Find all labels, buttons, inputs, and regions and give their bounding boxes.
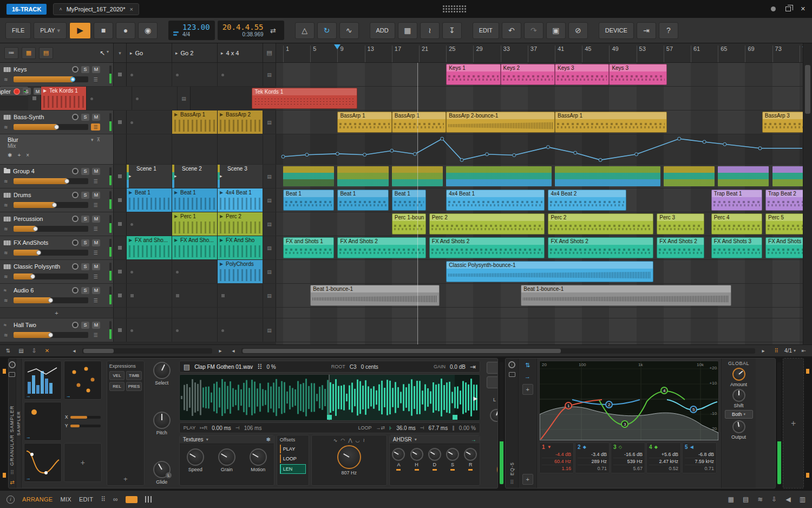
link-icon[interactable]: ∞ [113, 496, 118, 503]
arranger-clip[interactable]: BassArp 1 [555, 112, 667, 133]
play-button[interactable]: ▶ [69, 22, 91, 39]
mod-route-icon[interactable]: → [26, 434, 31, 440]
arranger-lane[interactable]: Perc 1-bounPerc 2Perc 2Perc 3Perc 4Perc … [276, 212, 812, 236]
note-chain-button[interactable]: Note [487, 362, 498, 374]
file-menu-button[interactable]: FILE [5, 22, 31, 39]
clip-slot[interactable] [218, 63, 263, 86]
ruler-tick[interactable]: 53 [637, 45, 646, 62]
track-launcher-menu-icon[interactable]: ▤ [263, 188, 276, 212]
eq-band-5[interactable]: 5◀-6.8 dB7.59 kHz0.71 [682, 442, 717, 473]
clip-stop-button[interactable] [114, 165, 127, 188]
clip-slot[interactable] [218, 284, 263, 307]
launcher-scroll-right-icon[interactable]: ▸ [215, 348, 225, 354]
glide-knob[interactable]: L [153, 461, 171, 478]
launcher-grid-icon[interactable]: ▦ [22, 47, 36, 59]
record-arm-button[interactable] [72, 114, 78, 120]
ruler-tick[interactable]: 65 [718, 45, 727, 62]
expression-chip-pres[interactable]: PRES [126, 382, 142, 391]
volume-slider[interactable] [14, 226, 88, 232]
volume-handle[interactable] [33, 226, 38, 231]
clip-slot[interactable] [127, 212, 172, 236]
track-header-granular-sampler[interactable]: Granular SamplerSM≋☰ [0, 87, 28, 95]
clip-stop-button[interactable] [114, 188, 127, 212]
device-power-button[interactable]: ⏽ [9, 361, 16, 368]
solo-button[interactable]: S [81, 168, 89, 175]
record-arm-button[interactable] [72, 168, 78, 174]
arranger-clip[interactable]: Tek Kords 1 [252, 88, 357, 109]
scene-stop-header[interactable]: ▾ [114, 43, 127, 62]
clip-play-icon[interactable]: ▶ [174, 214, 178, 219]
eq-band-1[interactable]: 1▼-4.4 dB60.4 Hz1.16 [539, 442, 574, 473]
mod-route-icon[interactable]: → [26, 476, 31, 481]
clip-play-icon[interactable]: ▶ [220, 214, 223, 219]
clip-slot[interactable] [218, 318, 263, 342]
add-expression-button[interactable]: + [109, 475, 142, 483]
eq-add-mod-button[interactable]: + [522, 474, 533, 485]
eq-route-icon[interactable]: → [525, 373, 531, 380]
group-clip-segment[interactable] [283, 166, 334, 186]
add-effect-icon[interactable]: ↧ [442, 22, 462, 39]
group-clip-segment[interactable] [446, 166, 552, 186]
add-instrument-icon[interactable]: ▦ [398, 22, 417, 39]
scene-header-go[interactable]: ▸Go [127, 43, 172, 62]
clip-stop-button[interactable] [114, 63, 127, 86]
arranger-lane[interactable] [276, 165, 812, 188]
arranger-clip[interactable]: Beat 1-bounce-1 [310, 285, 439, 306]
clip-stop-button[interactable] [114, 260, 127, 283]
arranger-clip[interactable]: Trap Beat 1 [711, 190, 762, 211]
pin-icon[interactable]: ⊼ [96, 137, 100, 142]
volume-handle[interactable] [48, 333, 53, 337]
record-arm-button[interactable] [72, 192, 78, 198]
record-arm-button[interactable] [72, 216, 78, 222]
arranger-clip[interactable]: 4x4 Beat 1 [446, 190, 545, 211]
metronome-button[interactable]: △ [295, 22, 315, 39]
launcher-menu-header[interactable]: ▤ [263, 43, 276, 62]
modulator-xy-pad[interactable]: → [24, 402, 62, 441]
expression-chip-rel[interactable]: REL [109, 382, 125, 391]
clip-slot[interactable]: ▶PolyChords [218, 260, 263, 283]
eq-band-node[interactable]: 4 [660, 387, 668, 394]
mapping-panel-icon[interactable]: ≋ [757, 496, 763, 503]
eq-band-3[interactable]: 3◇-16.6 dB539 Hz5.67 [611, 442, 645, 473]
help-button[interactable]: ? [659, 22, 678, 39]
grid-resolution-select[interactable]: 4/1▾ [784, 348, 796, 354]
clip-slot[interactable]: ▶Perc 1 [172, 212, 218, 236]
play-length-value[interactable]: 106 ms [244, 425, 262, 431]
expression-chip-vel[interactable]: VEL [109, 371, 125, 380]
clip-play-icon[interactable]: ▶ [220, 112, 223, 117]
arranger-scrollbar[interactable] [241, 348, 755, 354]
eq-band-node[interactable]: 1 [565, 402, 572, 409]
ruler-tick[interactable]: 61 [691, 45, 700, 62]
mute-button[interactable]: M [92, 168, 100, 175]
device-drag-handle[interactable]: ⠿ [10, 470, 14, 476]
eq-band-type-icon[interactable]: ◆ [583, 445, 586, 450]
arranger-clip[interactable]: Classic Polysynth-bounce-1 [446, 261, 653, 282]
clip-slot[interactable]: ▶4x4 Beat 1 [218, 188, 263, 212]
env-s-knob[interactable] [446, 448, 459, 461]
eq-mod-arrow-icon[interactable]: ⇅ [525, 362, 530, 369]
add-track-button[interactable]: + [0, 308, 114, 318]
record-arm-button[interactable] [72, 263, 78, 270]
eq-mode-select[interactable]: Both▾ [725, 410, 753, 419]
track-menu-icon[interactable]: ☰ [91, 331, 100, 338]
gain-value[interactable]: 0.0 dB [450, 364, 466, 370]
mod-route-icon[interactable]: → [66, 393, 71, 399]
device-menu-button[interactable]: DEVICE [599, 22, 634, 39]
eq-band-freq[interactable]: 539 Hz [613, 458, 643, 465]
modulator-curve-display[interactable]: → [24, 443, 62, 482]
arranger-clip[interactable]: FX And Shots 2 [657, 237, 704, 258]
clip-stop-button[interactable] [114, 284, 127, 307]
filter-type-icons[interactable]: ∿◠⋀◡≀ [333, 435, 365, 445]
eq-band-q[interactable]: 0.71 [578, 465, 607, 472]
eq-band-gain[interactable]: -16.6 dB [613, 451, 643, 458]
textures-motion-knob[interactable] [250, 448, 267, 466]
tempo-display[interactable]: 123.004/4 [168, 21, 215, 40]
arranger-lane[interactable]: Beat 1Beat 1Beat 14x4 Beat 14x4 Beat 2Tr… [276, 188, 812, 212]
clip-play-icon[interactable]: ▶ [129, 190, 132, 195]
arranger-clip[interactable]: Perc 2 [429, 213, 545, 235]
env-r-knob[interactable] [464, 448, 477, 461]
playhead-marker[interactable] [334, 44, 340, 53]
eq-band-node[interactable]: 2 [605, 401, 613, 408]
automation-header[interactable]: Blur▾⊼Mix✱+× [0, 134, 114, 164]
automation-lane[interactable] [276, 134, 812, 164]
